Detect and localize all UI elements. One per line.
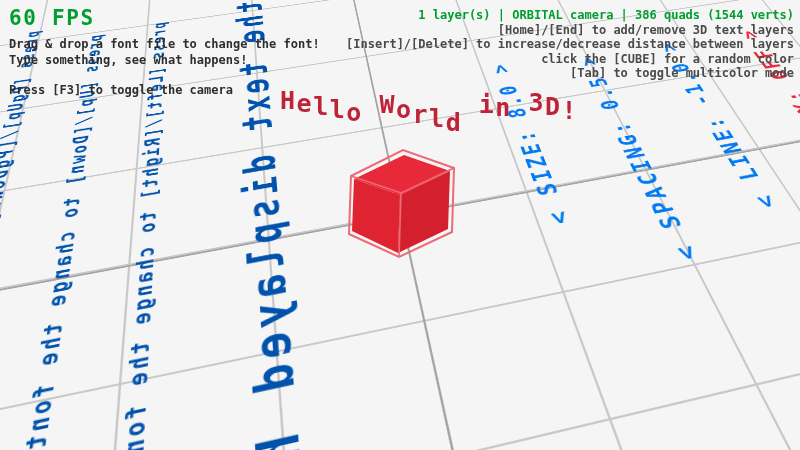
hint-layer-distance: [Insert]/[Delete] to increase/decrease d… <box>346 37 794 52</box>
wave-letter: r <box>413 100 430 129</box>
wave-letter: W <box>379 90 396 119</box>
wave-letter <box>363 92 380 121</box>
hint-type-something: Type something, see what happens! <box>9 52 320 68</box>
spacer <box>9 68 320 82</box>
app-window: press [F2] to toggle the text boundry pr… <box>0 0 800 450</box>
wave-letter: 3 <box>528 88 545 117</box>
wave-letter <box>462 96 479 125</box>
wave-letter: l <box>330 95 347 124</box>
fps-counter: 60 FPS <box>9 6 95 30</box>
hint-toggle-camera: Press [F3] to toggle the camera <box>9 82 320 98</box>
wave-letter: i <box>479 90 496 119</box>
wave-letter: o <box>346 98 363 127</box>
wave-letter: n <box>495 93 512 122</box>
wave-letter: d <box>446 108 463 137</box>
hud-right: 1 layer(s) | ORBITAL camera | 386 quads … <box>346 8 794 81</box>
wave-letter: o <box>396 95 413 124</box>
wave-letter <box>512 95 529 124</box>
wave-letter: l <box>429 104 446 133</box>
cube[interactable] <box>346 143 458 259</box>
hint-layers: [Home]/[End] to add/remove 3D text layer… <box>346 23 794 38</box>
wave-text-3d: Hello World in 3D! <box>280 86 560 158</box>
render-status-line: 1 layer(s) | ORBITAL camera | 386 quads … <box>346 8 794 23</box>
hint-multicolor: [Tab] to toggle multicolor mode <box>346 66 794 81</box>
hint-drag-drop: Drag & drop a font file to change the fo… <box>9 36 320 52</box>
hint-cube-color: click the [CUBE] for a random color <box>346 52 794 67</box>
hud-left: Drag & drop a font file to change the fo… <box>9 36 320 98</box>
wave-letter: D <box>545 92 562 121</box>
wave-letter: ! <box>562 96 579 125</box>
